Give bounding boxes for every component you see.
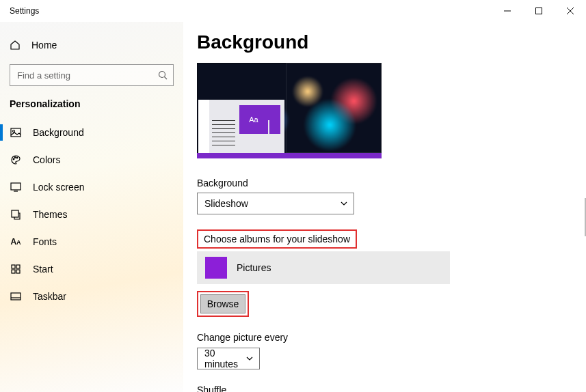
home-label: Home: [31, 40, 57, 51]
chevron-down-icon: [245, 354, 254, 363]
sidebar-item-label: Themes: [33, 209, 68, 220]
minimize-button[interactable]: [492, 0, 523, 22]
themes-icon: [10, 209, 22, 220]
sidebar-item-label: Start: [33, 264, 53, 275]
category-header: Personalization: [0, 98, 183, 109]
svg-point-8: [13, 158, 14, 160]
svg-rect-11: [11, 183, 21, 190]
sidebar-item-colors[interactable]: Colors: [0, 146, 183, 173]
svg-rect-17: [16, 270, 20, 273]
svg-point-9: [14, 157, 16, 158]
sidebar-item-label: Fonts: [33, 236, 57, 247]
interval-select[interactable]: 30 minutes: [197, 348, 260, 369]
main-content: Background Aa Background Slideshow Choos…: [183, 22, 586, 392]
svg-rect-14: [12, 265, 15, 268]
window-controls: [492, 0, 586, 22]
svg-line-5: [165, 77, 168, 80]
maximize-button[interactable]: [523, 0, 555, 22]
taskbar-icon: [10, 292, 22, 300]
shuffle-label: Shuffle: [197, 384, 567, 392]
picture-icon: [10, 127, 22, 138]
svg-rect-13: [12, 210, 18, 217]
svg-rect-16: [12, 270, 15, 273]
fonts-icon: AA: [10, 237, 22, 247]
browse-button[interactable]: Browse: [200, 294, 245, 313]
lockscreen-icon: [10, 182, 22, 193]
background-select[interactable]: Slideshow: [197, 193, 354, 214]
background-select-value: Slideshow: [204, 198, 248, 209]
svg-rect-15: [16, 265, 20, 268]
interval-select-value: 30 minutes: [204, 348, 240, 369]
sidebar-item-lockscreen[interactable]: Lock screen: [0, 173, 183, 201]
svg-point-10: [16, 157, 18, 158]
album-name: Pictures: [237, 262, 271, 273]
search-placeholder: Find a setting: [17, 70, 70, 81]
chevron-down-icon: [340, 199, 348, 208]
svg-rect-6: [11, 128, 21, 137]
interval-label: Change picture every: [197, 332, 567, 343]
sidebar-item-label: Lock screen: [33, 182, 84, 193]
search-input[interactable]: Find a setting: [10, 64, 174, 86]
background-label: Background: [197, 178, 567, 188]
svg-rect-1: [536, 8, 542, 14]
sidebar-item-label: Taskbar: [33, 291, 66, 302]
sidebar-item-fonts[interactable]: AA Fonts: [0, 228, 183, 255]
preview-tile-text: Aa: [239, 105, 268, 134]
svg-point-4: [159, 72, 165, 78]
choose-albums-label: Choose albums for your slideshow: [197, 229, 357, 249]
search-icon: [158, 70, 168, 80]
close-button[interactable]: [555, 0, 586, 22]
sidebar-item-themes[interactable]: Themes: [0, 201, 183, 228]
desktop-preview: Aa: [197, 63, 382, 158]
home-icon: [10, 40, 21, 51]
album-thumbnail: [205, 257, 227, 279]
start-icon: [10, 264, 22, 274]
svg-rect-18: [11, 293, 21, 300]
window-title: Settings: [10, 6, 39, 16]
sidebar-item-label: Background: [33, 127, 84, 138]
sidebar-item-start[interactable]: Start: [0, 255, 183, 283]
album-item[interactable]: Pictures: [197, 251, 450, 284]
home-nav[interactable]: Home: [0, 31, 183, 59]
palette-icon: [10, 154, 22, 165]
sidebar-item-background[interactable]: Background: [0, 119, 183, 146]
sidebar-item-taskbar[interactable]: Taskbar: [0, 283, 183, 310]
page-title: Background: [197, 31, 567, 53]
svg-point-7: [13, 130, 15, 132]
sidebar: Home Find a setting Personalization Back…: [0, 22, 183, 392]
sidebar-item-label: Colors: [33, 154, 60, 165]
